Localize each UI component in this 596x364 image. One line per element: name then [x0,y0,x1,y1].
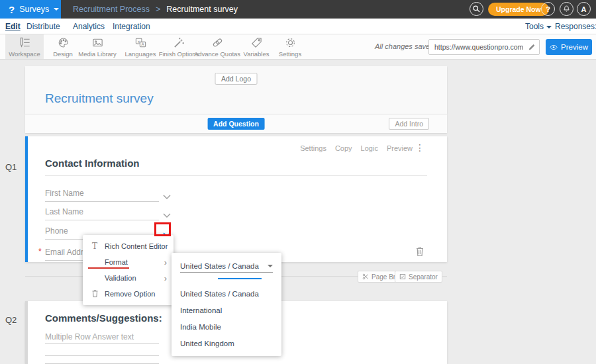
field-context-menu: T Rich Content Editor Format › Validatio… [83,235,174,305]
chevron-down-icon [268,265,273,267]
tab-integration[interactable]: Integration [113,19,150,34]
toolbar-item-label: Workspace [9,50,40,58]
survey-nav: Edit Distribute Analytics Integration To… [0,19,596,34]
variables-icon [250,36,263,49]
menu-item-validation[interactable]: Validation › [83,270,174,286]
settings-icon [284,36,297,49]
field-options-chevron-icon[interactable] [163,190,171,202]
phone-format-select[interactable]: United States / Canada [180,260,273,273]
eye-icon [550,44,558,51]
scissors-icon [362,273,369,280]
media-library-icon [91,36,104,49]
avatar[interactable]: A [577,2,591,16]
advance-quotas-icon [211,36,224,49]
product-menu-label: Surveys [19,5,49,14]
pencil-icon [528,43,536,51]
edit-url-button[interactable] [524,43,539,51]
field-last-name[interactable]: Last Name [45,205,159,220]
breadcrumb-separator: > [156,5,160,14]
toolbar-item-label: Media Library [78,50,117,58]
add-question-button[interactable]: Add Question [207,118,265,130]
menu-item-label: Format [105,258,128,266]
help-icon: ? [546,5,550,13]
menu-item-label: Rich Content Editor [105,242,168,250]
questionpro-survey-editor: ? Surveys Recruitment Process > Recruitm… [0,0,596,364]
tab-analytics[interactable]: Analytics [73,19,105,34]
selected-format-value: United States / Canada [180,262,259,270]
menu-item-remove-option[interactable]: Remove Option [83,286,174,302]
bell-icon [562,5,571,13]
finish-options-icon [173,36,185,49]
divider [45,175,427,176]
format-submenu: United States / Canada United States / C… [172,253,281,356]
active-indicator [218,278,262,279]
menu-item-label: Remove Option [105,290,155,298]
toolbar-item-label: Design [53,50,73,58]
responses-link[interactable]: Responses: 4 [555,19,596,34]
survey-header-card: Add Logo Recruitment survey [25,66,447,114]
question-number-q2: Q2 [5,315,17,325]
tools-label: Tools [525,19,544,34]
topbar: ? Surveys Recruitment Process > Recruitm… [0,0,596,19]
annotation-highlight-box [154,222,171,236]
rich-text-icon: T [89,242,100,251]
submenu-arrow-icon: › [164,258,167,267]
toolbar-item-workspace[interactable]: Workspace [5,34,44,59]
toolbar-item-label: Settings [279,50,301,58]
question-settings-link[interactable]: Settings [300,144,326,152]
survey-title[interactable]: Recruitment survey [45,91,154,106]
format-option-india-mobile[interactable]: India Mobile [180,323,221,334]
design-icon [57,36,70,49]
toolbar-item-settings[interactable]: Settings [269,34,311,59]
submenu-arrow-icon: › [164,274,167,283]
format-option-united-kingdom[interactable]: United Kingdom [180,340,234,350]
multi-row-answer-placeholder[interactable]: Multiple Row Answer text [45,332,159,344]
upgrade-now-button[interactable]: Upgrade Now [488,3,549,16]
breadcrumb-parent[interactable]: Recruitment Process [73,5,150,14]
format-option-international[interactable]: International [180,306,222,317]
survey-url-input[interactable] [429,43,524,51]
chevron-down-icon [54,8,59,11]
question-title[interactable]: Contact Information [45,158,140,169]
required-asterisk: * [38,247,42,256]
tools-menu[interactable]: Tools [525,19,552,34]
question-number-q1: Q1 [5,162,17,172]
menu-item-rich-content-editor[interactable]: T Rich Content Editor [83,238,174,254]
toolbar-item-label: Advance Quotas [194,50,240,58]
toolbar-item-media-library[interactable]: Media Library [73,34,122,59]
preview-label: Preview [561,43,588,51]
survey-action-strip: Add Question Add Intro [25,114,447,133]
answer-line [45,355,159,356]
annotation-underline [88,267,129,269]
search-icon [472,5,481,13]
question-logic-link[interactable]: Logic [361,144,378,152]
add-intro-button[interactable]: Add Intro [389,118,429,130]
breadcrumb-current: Recruitment survey [166,5,238,14]
trash-icon [415,246,424,257]
product-switcher[interactable]: ? Surveys [0,0,61,19]
tab-edit[interactable]: Edit [5,19,21,34]
question-copy-link[interactable]: Copy [335,144,352,152]
more-options-icon[interactable]: ⋮ [415,142,424,153]
question-preview-link[interactable]: Preview [387,144,413,152]
save-status: All changes saved [375,34,434,59]
questionpro-logo-icon: ? [9,5,15,15]
notifications-button[interactable] [560,2,573,16]
add-logo-button[interactable]: Add Logo [215,73,258,85]
question-title[interactable]: Comments/Suggestions: [45,312,162,324]
breadcrumb: Recruitment Process > Recruitment survey [73,0,238,19]
field-options-chevron-icon[interactable] [163,208,171,220]
search-button[interactable] [470,2,483,16]
preview-button[interactable]: Preview [546,39,592,55]
format-option-us-canada[interactable]: United States / Canada [180,290,259,300]
delete-question-button[interactable] [415,246,424,259]
menu-item-label: Validation [105,274,136,282]
separator-button[interactable]: Separator [395,271,442,283]
trash-icon [89,289,100,299]
tab-distribute[interactable]: Distribute [26,19,60,34]
separator-label: Separator [409,273,438,281]
field-first-name[interactable]: First Name [45,187,159,202]
separator-icon [399,273,406,280]
question-actions: Settings Copy Logic Preview [300,144,413,152]
help-button[interactable]: ? [541,2,555,16]
